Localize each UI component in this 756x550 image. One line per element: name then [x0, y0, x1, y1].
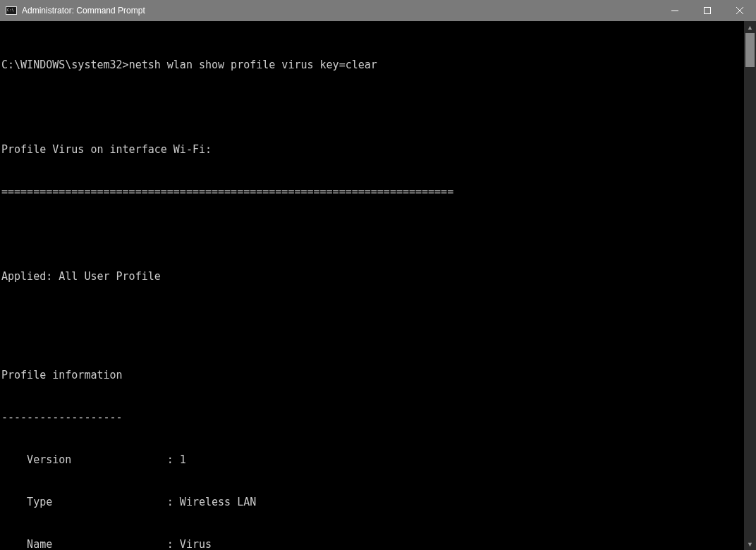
applied-line: Applied: All User Profile [1, 269, 744, 283]
prompt-command: netsh wlan show profile virus key=clear [129, 59, 377, 71]
scroll-down-button[interactable]: ▼ [744, 538, 756, 550]
close-icon [736, 7, 743, 14]
titlebar[interactable]: C:\ Administrator: Command Prompt [0, 0, 756, 21]
field-value: : Virus [167, 538, 212, 550]
divider-line: ========================================… [1, 185, 744, 199]
field-row: Version : 1 [1, 453, 744, 467]
field-row: Name : Virus [1, 537, 744, 550]
maximize-icon [704, 7, 711, 14]
blank-line [1, 100, 744, 114]
window-root: C:\ Administrator: Command Prompt C:\WIN… [0, 0, 756, 550]
scroll-up-button[interactable]: ▲ [744, 21, 756, 33]
profile-header-line: Profile Virus on interface Wi-Fi: [1, 142, 744, 157]
minimize-button[interactable] [659, 0, 691, 21]
window-title: Administrator: Command Prompt [22, 6, 145, 16]
field-label: Name [1, 538, 167, 550]
scroll-thumb[interactable] [745, 33, 755, 67]
field-value: : 1 [167, 453, 186, 466]
minimize-icon [671, 7, 678, 14]
maximize-button[interactable] [691, 0, 724, 21]
field-row: Type : Wireless LAN [1, 495, 744, 509]
svg-text:C:\: C:\ [7, 8, 14, 12]
chevron-up-icon: ▲ [747, 24, 753, 31]
field-label: Type [1, 496, 167, 508]
client-area: C:\WINDOWS\system32>netsh wlan show prof… [0, 21, 756, 550]
prompt-line: C:\WINDOWS\system32>netsh wlan show prof… [1, 58, 744, 72]
field-label: Version [1, 453, 167, 466]
field-value: : Wireless LAN [167, 496, 256, 508]
app-icon: C:\ [6, 5, 17, 16]
section-dashes: ------------------- [1, 410, 744, 424]
terminal-output[interactable]: C:\WINDOWS\system32>netsh wlan show prof… [0, 21, 744, 550]
chevron-down-icon: ▼ [747, 541, 753, 548]
blank-line [1, 227, 744, 241]
blank-line [1, 312, 744, 326]
vertical-scrollbar[interactable]: ▲ ▼ [744, 21, 756, 550]
svg-rect-2 [705, 8, 711, 14]
close-button[interactable] [724, 0, 756, 21]
section-title: Profile information [1, 368, 744, 382]
prompt-path: C:\WINDOWS\system32> [1, 59, 129, 71]
